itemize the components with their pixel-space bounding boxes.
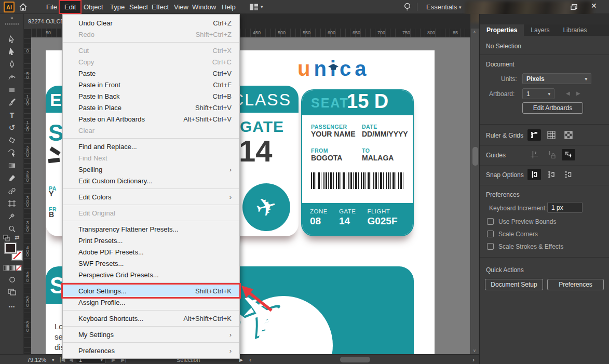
lightbulb-discover-icon[interactable] <box>403 2 412 14</box>
restore-window-icon[interactable] <box>571 3 578 12</box>
zoom-tool-icon[interactable] <box>5 223 19 235</box>
gradient-tool-icon[interactable] <box>5 160 19 171</box>
status-forward-icon[interactable]: › <box>472 355 475 364</box>
menu-item-paste[interactable]: PasteCtrl+V <box>63 68 239 79</box>
menu-item-my-settings[interactable]: My Settings› <box>63 329 239 340</box>
units-select[interactable]: Pixels ▾ <box>522 73 591 84</box>
menu-item-perspective-grid-presets[interactable]: Perspective Grid Presets... <box>63 269 239 280</box>
menu-item-transparency-flattener-presets[interactable]: Transparency Flattener Presets... <box>63 223 239 235</box>
menu-window[interactable]: Window <box>187 0 221 14</box>
swap-fill-stroke-icon[interactable]: ⇄ <box>15 234 19 241</box>
snap-to-grid-icon[interactable] <box>545 169 558 180</box>
menu-item-spelling[interactable]: Spelling› <box>63 164 239 175</box>
show-grid-icon[interactable] <box>545 129 558 141</box>
zoom-chevron-icon[interactable]: ▾ <box>52 355 55 364</box>
scale-corners-checkbox[interactable] <box>487 231 494 237</box>
menu-item-find-and-replace[interactable]: Find and Replace... <box>63 141 239 152</box>
seat-card-footer: ZONE 08 GATE 14 FLIGHT G025F <box>301 203 414 236</box>
menu-item-copy[interactable]: CopyCtrl+C <box>63 56 239 68</box>
draw-mode-icon[interactable] <box>5 274 19 285</box>
keyboard-increment-field[interactable]: 1 px <box>547 202 583 213</box>
collapse-panel-icon[interactable]: » <box>10 15 13 21</box>
curvature-tool-icon[interactable] <box>5 72 19 83</box>
menu-help[interactable]: Help <box>217 0 240 14</box>
next-artboard-icon[interactable]: ▶ <box>576 90 580 96</box>
scroll-up-icon[interactable]: ∧ <box>473 30 476 34</box>
menu-item-edit-colors[interactable]: Edit Colors› <box>63 191 239 203</box>
menu-item-print-presets[interactable]: Print Presets... <box>63 235 239 246</box>
menu-object[interactable]: Object <box>79 0 108 14</box>
transparency-grid-icon[interactable] <box>562 129 575 141</box>
lock-guides-icon[interactable] <box>545 149 558 160</box>
menu-item-preferences[interactable]: Preferences› <box>63 345 239 356</box>
menu-item-undo-clear[interactable]: Undo ClearCtrl+Z <box>63 17 239 29</box>
illustrator-app-icon[interactable]: Ai <box>4 2 15 12</box>
show-guides-icon[interactable] <box>527 149 541 160</box>
status-back-icon[interactable]: ‹ <box>249 355 251 364</box>
type-tool-icon[interactable]: T <box>5 110 19 121</box>
scale-strokes-effects-checkbox[interactable] <box>487 243 494 250</box>
menu-edit[interactable]: Edit <box>59 0 82 14</box>
tab-libraries[interactable]: Libraries <box>556 24 593 36</box>
arrange-documents-icon[interactable] <box>249 3 259 13</box>
menu-item-redo[interactable]: RedoShift+Ctrl+Z <box>63 29 239 40</box>
preferences-button[interactable]: Preferences <box>547 279 604 290</box>
menu-item-find-next[interactable]: Find Next <box>63 152 239 164</box>
menu-item-adobe-pdf-presets[interactable]: Adobe PDF Presets... <box>63 246 239 258</box>
paintbrush-tool-icon[interactable] <box>5 97 19 108</box>
shape-builder-tool-icon[interactable] <box>5 147 19 159</box>
menu-item-paste-on-all-artboards[interactable]: Paste on All ArtboardsAlt+Shift+Ctrl+V <box>63 113 239 125</box>
fill-color-swatch[interactable] <box>5 243 16 253</box>
artboard-select[interactable]: 1 ▾ <box>522 88 554 99</box>
zoom-level[interactable]: 79.12% <box>27 355 46 364</box>
menu-item-edit-original[interactable]: Edit Original <box>63 207 239 219</box>
scroll-down-icon[interactable]: ∨ <box>473 348 476 353</box>
snap-to-pixel-icon[interactable] <box>527 169 541 180</box>
ruler-tick: 700 <box>377 30 385 35</box>
close-window-icon[interactable]: ✕ <box>591 2 597 10</box>
screen-mode-icon[interactable] <box>5 286 19 298</box>
eraser-tool-icon[interactable] <box>5 134 19 146</box>
use-preview-bounds-checkbox[interactable] <box>487 218 494 225</box>
eyedropper-tool-icon[interactable] <box>5 172 19 184</box>
direct-selection-tool-icon[interactable] <box>5 34 19 45</box>
edit-artboards-button[interactable]: Edit Artboards <box>522 102 583 114</box>
color-mode-bar[interactable] <box>3 264 22 273</box>
tab-layers[interactable]: Layers <box>524 24 556 36</box>
smart-guides-icon[interactable] <box>562 149 575 160</box>
menu-item-swf-presets[interactable]: SWF Presets... <box>63 258 239 269</box>
show-rulers-icon[interactable] <box>527 129 541 141</box>
rotate-tool-icon[interactable]: ↺ <box>5 122 19 133</box>
pen-tool-icon[interactable] <box>5 59 19 70</box>
menu-item-assign-profile[interactable]: Assign Profile... <box>63 296 239 308</box>
menu-item-paste-in-front[interactable]: Paste in FrontCtrl+F <box>63 79 239 90</box>
horizontal-scrollbar-thumb[interactable] <box>340 357 370 362</box>
blend-tool-icon[interactable] <box>5 185 19 197</box>
chevron-down-icon[interactable]: ▾ <box>261 4 263 9</box>
menu-item-paste-in-back[interactable]: Paste in BackCtrl+B <box>63 90 239 102</box>
selection-tool-icon[interactable] <box>5 46 19 58</box>
menu-item-keyboard-shortcuts[interactable]: Keyboard Shortcuts...Alt+Shift+Ctrl+K <box>63 313 239 324</box>
prev-artboard-icon[interactable]: ◀ <box>566 90 570 96</box>
menu-item-edit-custom-dictionary[interactable]: Edit Custom Dictionary... <box>63 175 239 186</box>
snap-to-point-icon[interactable] <box>562 169 575 180</box>
menu-item-paste-in-place[interactable]: Paste in PlaceShift+Ctrl+V <box>63 102 239 113</box>
menu-item-cut[interactable]: CutCtrl+X <box>63 45 239 56</box>
document-setup-button[interactable]: Document Setup <box>485 279 543 290</box>
artboard-tool-icon[interactable] <box>5 198 19 209</box>
symbol-sprayer-tool-icon[interactable] <box>5 210 19 222</box>
vertical-scrollbar-thumb[interactable] <box>472 147 478 166</box>
graduation-cap-icon <box>328 52 339 75</box>
status-play-icon[interactable]: ▶ <box>239 355 243 364</box>
rectangle-tool-icon[interactable] <box>5 84 19 96</box>
menu-item-label: Paste in Place <box>78 104 121 112</box>
toolbar-ellipsis-icon[interactable]: ••• <box>5 301 19 313</box>
menu-item-clear[interactable]: Clear <box>63 125 239 136</box>
home-icon[interactable] <box>19 3 28 14</box>
tab-properties[interactable]: Properties <box>480 24 524 36</box>
menu-item-color-settings[interactable]: Color Settings... Shift+Ctrl+K <box>63 285 239 296</box>
chevron-down-icon[interactable]: ▾ <box>459 5 462 10</box>
workspace-switcher[interactable]: Essentials <box>422 0 462 14</box>
panel-grip[interactable] <box>5 23 19 25</box>
vertical-scrollbar[interactable]: ∧ ∨ <box>470 29 479 354</box>
